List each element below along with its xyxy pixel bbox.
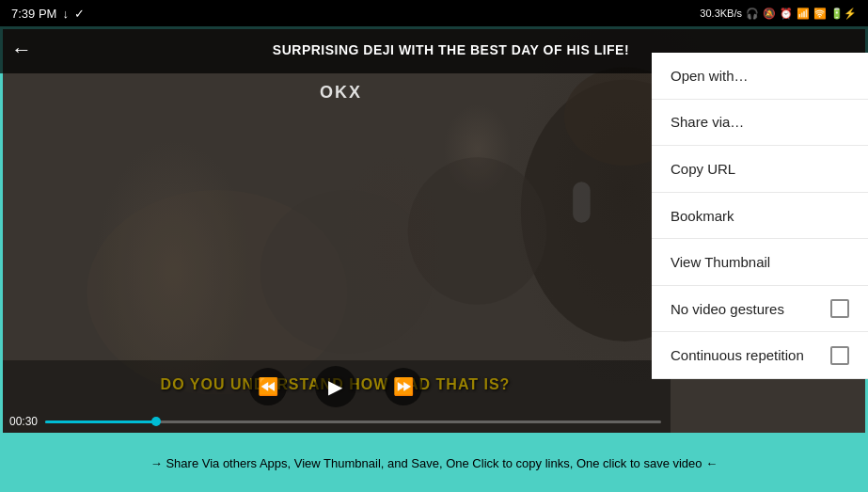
download-icon: ↓ (62, 7, 69, 21)
status-bar: 7:39 PM ↓ ✓ 30.3KB/s 🎧 🔕 ⏰ 📶 🛜 🔋⚡ (0, 0, 868, 26)
menu-item-open-with[interactable]: Open with… (652, 53, 868, 100)
playback-buttons: ⏪ ▶ ⏩ (0, 366, 671, 415)
video-container: OKX DO YOU UNDERSTAND HOW MAD THAT IS? ←… (0, 26, 868, 436)
forward-button[interactable]: ⏩ (385, 368, 422, 405)
menu-item-bookmark[interactable]: Bookmark (652, 193, 868, 240)
progress-track[interactable] (45, 421, 661, 423)
menu-label-share-via: Share via… (671, 114, 744, 130)
battery-icon: 🔋⚡ (830, 8, 857, 20)
context-menu: Open with… Share via… Copy URL Bookmark … (652, 53, 868, 379)
play-icon: ▶ (328, 375, 342, 398)
mute-icon: 🔕 (763, 8, 776, 20)
menu-label-view-thumbnail: View Thumbnail (671, 254, 770, 270)
menu-item-share-via[interactable]: Share via… (652, 100, 868, 147)
menu-label-bookmark: Bookmark (671, 208, 734, 224)
speed-indicator: 30.3KB/s (700, 8, 742, 19)
menu-item-no-video-gestures[interactable]: No video gestures (652, 286, 868, 333)
status-time: 7:39 PM ↓ ✓ (11, 7, 85, 21)
menu-item-view-thumbnail[interactable]: View Thumbnail (652, 239, 868, 286)
current-time: 00:30 (9, 415, 38, 428)
menu-label-open-with: Open with… (671, 68, 749, 84)
menu-label-no-video-gestures: No video gestures (671, 301, 784, 317)
rewind-button[interactable]: ⏪ (249, 368, 287, 405)
wifi-icon: 🛜 (813, 8, 827, 20)
rewind-icon: ⏪ (258, 376, 278, 397)
headphone-icon: 🎧 (746, 8, 759, 20)
video-controls: ⏪ ▶ ⏩ 00:30 (0, 360, 671, 436)
bottom-bar: → Share Via others Apps, View Thumbnail,… (0, 436, 868, 492)
signal-icon: 📶 (797, 8, 810, 20)
svg-rect-2 (573, 182, 590, 223)
alarm-icon: ⏰ (780, 8, 793, 20)
menu-item-copy-url[interactable]: Copy URL (652, 146, 868, 193)
time-display: 7:39 PM (11, 7, 56, 21)
menu-label-continuous-repetition: Continuous repetition (671, 347, 804, 363)
menu-item-continuous-repetition[interactable]: Continuous repetition (652, 332, 868, 379)
back-button[interactable]: ← (11, 38, 32, 62)
check-icon: ✓ (74, 7, 85, 21)
menu-label-copy-url: Copy URL (671, 161, 735, 177)
video-logo: OKX (320, 83, 362, 103)
progress-thumb (151, 417, 161, 426)
checkbox-continuous-repetition[interactable] (830, 346, 849, 365)
forward-icon: ⏩ (393, 376, 414, 397)
play-button[interactable]: ▶ (315, 366, 356, 407)
checkbox-no-video-gestures[interactable] (830, 299, 849, 318)
progress-fill (45, 421, 156, 423)
progress-bar-container: 00:30 (0, 415, 671, 436)
svg-point-4 (260, 190, 434, 354)
bottom-description: → Share Via others Apps, View Thumbnail,… (150, 455, 718, 472)
svg-point-5 (408, 157, 547, 305)
status-icons: 30.3KB/s 🎧 🔕 ⏰ 📶 🛜 🔋⚡ (700, 8, 857, 20)
